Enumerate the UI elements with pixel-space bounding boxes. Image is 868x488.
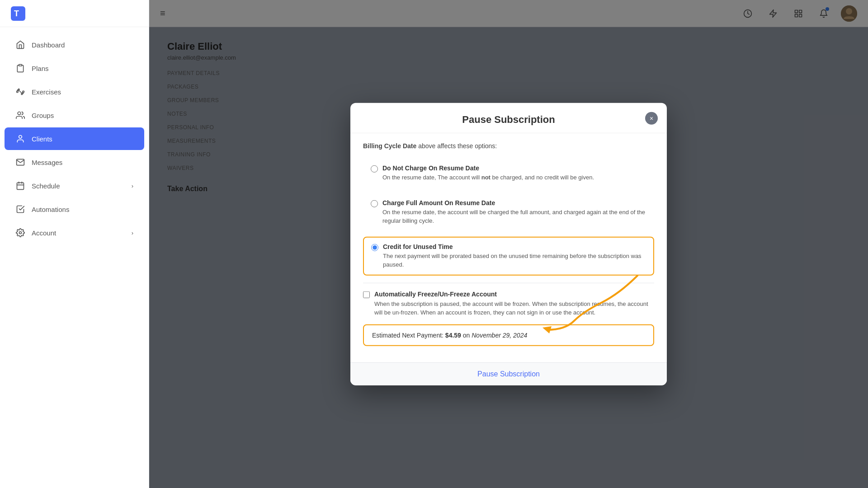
sidebar-item-label: Groups bbox=[32, 112, 54, 119]
svg-point-12 bbox=[19, 232, 22, 234]
credit-unused-label: Credit for Unused Time bbox=[383, 243, 646, 250]
no-charge-label: Do Not Charge On Resume Date bbox=[382, 164, 594, 172]
freeze-account-checkbox[interactable] bbox=[363, 291, 370, 298]
estimated-date: November 29, 2024 bbox=[472, 331, 527, 338]
billing-cycle-bold: Billing Cycle Date bbox=[363, 142, 416, 150]
option-credit-content: Credit for Unused Time The next payment … bbox=[383, 243, 646, 269]
sidebar-item-label: Account bbox=[32, 229, 56, 237]
modal-header: Pause Subscription × bbox=[350, 103, 667, 133]
chevron-right-icon: › bbox=[132, 183, 133, 189]
option-no-charge[interactable]: Do Not Charge On Resume Date On the resu… bbox=[363, 159, 654, 188]
sidebar-item-label: Automations bbox=[32, 206, 69, 213]
close-icon: × bbox=[650, 115, 653, 122]
sidebar-item-label: Messages bbox=[32, 159, 62, 166]
option-full-charge[interactable]: Charge Full Amount On Resume Date On the… bbox=[363, 193, 654, 231]
freeze-label: Automatically Freeze/Un-Freeze Account bbox=[374, 290, 654, 297]
mail-icon bbox=[15, 157, 25, 167]
home-icon bbox=[15, 40, 25, 50]
sidebar-item-label: Schedule bbox=[32, 182, 60, 190]
estimated-amount: $4.59 bbox=[445, 331, 461, 338]
freeze-desc: When the subscription is paused, the acc… bbox=[374, 299, 654, 317]
option-full-charge-content: Charge Full Amount On Resume Date On the… bbox=[382, 199, 646, 225]
svg-point-7 bbox=[19, 136, 22, 139]
no-charge-desc: On the resume date, The account will not… bbox=[382, 173, 594, 182]
full-charge-radio[interactable] bbox=[371, 200, 378, 207]
modal-divider bbox=[363, 282, 654, 283]
svg-rect-2 bbox=[19, 65, 22, 66]
svg-rect-4 bbox=[17, 91, 18, 92]
sidebar-item-groups[interactable]: Groups bbox=[5, 104, 144, 127]
no-charge-radio[interactable] bbox=[371, 165, 378, 173]
billing-note-suffix: above affects these options: bbox=[416, 142, 497, 150]
sidebar-logo: T bbox=[0, 0, 149, 27]
sidebar-item-account[interactable]: Account › bbox=[5, 221, 144, 244]
option-credit-unused[interactable]: Credit for Unused Time The next payment … bbox=[363, 236, 654, 275]
full-charge-desc: On the resume date, the account will be … bbox=[382, 207, 646, 225]
svg-rect-8 bbox=[17, 183, 24, 189]
settings-icon bbox=[15, 228, 25, 238]
sidebar-item-plans[interactable]: Plans bbox=[5, 57, 144, 80]
pause-subscription-modal: Pause Subscription × Billing Cycle Date … bbox=[350, 103, 667, 385]
user-icon bbox=[15, 134, 25, 144]
svg-text:T: T bbox=[14, 9, 19, 18]
sidebar-item-label: Clients bbox=[32, 135, 52, 143]
modal-close-button[interactable]: × bbox=[645, 112, 658, 125]
freeze-account-option[interactable]: Automatically Freeze/Un-Freeze Account W… bbox=[363, 290, 654, 317]
sidebar-navigation: Dashboard Plans Exercises Groups bbox=[0, 27, 149, 488]
sidebar-item-schedule[interactable]: Schedule › bbox=[5, 174, 144, 197]
sidebar-item-label: Dashboard bbox=[32, 41, 65, 49]
modal-body: Billing Cycle Date above affects these o… bbox=[350, 133, 667, 362]
option-no-charge-content: Do Not Charge On Resume Date On the resu… bbox=[382, 164, 594, 182]
check-square-icon bbox=[15, 204, 25, 214]
sidebar-item-automations[interactable]: Automations bbox=[5, 198, 144, 221]
users-icon bbox=[15, 110, 25, 120]
svg-rect-5 bbox=[23, 91, 24, 92]
app-logo: T bbox=[11, 6, 25, 21]
credit-unused-desc: The next payment will be prorated based … bbox=[383, 251, 646, 269]
dumbbell-icon bbox=[15, 87, 25, 97]
calendar-icon bbox=[15, 181, 25, 191]
modal-title: Pause Subscription bbox=[363, 114, 654, 126]
billing-cycle-note: Billing Cycle Date above affects these o… bbox=[363, 142, 654, 150]
chevron-right-icon: › bbox=[132, 230, 133, 236]
sidebar-item-messages[interactable]: Messages bbox=[5, 151, 144, 174]
sidebar-item-exercises[interactable]: Exercises bbox=[5, 80, 144, 103]
freeze-content: Automatically Freeze/Un-Freeze Account W… bbox=[374, 290, 654, 317]
pause-subscription-button[interactable]: Pause Subscription bbox=[350, 362, 667, 385]
sidebar-item-dashboard[interactable]: Dashboard bbox=[5, 33, 144, 56]
svg-point-6 bbox=[18, 112, 21, 115]
main-content-area: ≡ bbox=[149, 0, 868, 488]
sidebar-item-label: Exercises bbox=[32, 88, 61, 96]
estimated-on: on bbox=[461, 331, 472, 338]
estimated-payment-box: Estimated Next Payment: $4.59 on Novembe… bbox=[363, 324, 654, 346]
credit-unused-radio[interactable] bbox=[371, 244, 378, 251]
full-charge-label: Charge Full Amount On Resume Date bbox=[382, 199, 646, 206]
clipboard-icon bbox=[15, 63, 25, 73]
sidebar-item-clients[interactable]: Clients bbox=[5, 127, 144, 150]
estimated-prefix: Estimated Next Payment: bbox=[372, 331, 445, 338]
sidebar-item-label: Plans bbox=[32, 65, 49, 72]
sidebar: T Dashboard Plans Exercises bbox=[0, 0, 149, 488]
